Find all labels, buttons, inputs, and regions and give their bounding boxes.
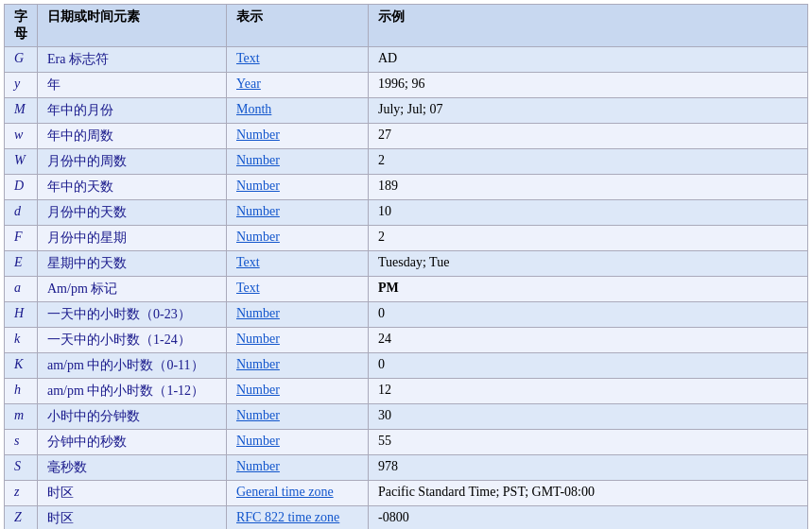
table-row: Kam/pm 中的小时数（0-11）Number0 <box>5 353 808 379</box>
table-row: S毫秒数Number978 <box>5 455 808 481</box>
cell-description: 时区 <box>38 481 227 506</box>
cell-presentation: Number <box>227 379 369 404</box>
cell-description: 年 <box>38 73 227 98</box>
cell-presentation: Text <box>227 277 369 302</box>
presentation-link[interactable]: RFC 822 time zone <box>236 510 339 524</box>
cell-example: July; Jul; 07 <box>369 98 808 124</box>
cell-letter: k <box>5 328 38 353</box>
cell-presentation: Number <box>227 149 369 175</box>
cell-example: 10 <box>369 200 808 226</box>
cell-letter: E <box>5 251 38 277</box>
cell-example: 189 <box>369 175 808 200</box>
cell-presentation: Text <box>227 251 369 277</box>
presentation-link[interactable]: Text <box>236 281 260 295</box>
cell-example: 30 <box>369 404 808 430</box>
header-example: 示例 <box>369 5 808 47</box>
table-row: k一天中的小时数（1-24）Number24 <box>5 328 808 353</box>
cell-presentation: Text <box>227 47 369 73</box>
presentation-link[interactable]: Number <box>236 408 280 422</box>
cell-letter: s <box>5 430 38 455</box>
cell-letter: h <box>5 379 38 404</box>
table-row: z时区General time zonePacific Standard Tim… <box>5 481 808 506</box>
table-row: aAm/pm 标记TextPM <box>5 277 808 302</box>
presentation-link[interactable]: Number <box>236 306 280 320</box>
cell-example: 12 <box>369 379 808 404</box>
table-row: Z时区RFC 822 time zone-0800 <box>5 506 808 530</box>
cell-description: 年中的周数 <box>38 124 227 149</box>
presentation-link[interactable]: Number <box>236 179 280 193</box>
cell-example: 1996; 96 <box>369 73 808 98</box>
cell-description: 毫秒数 <box>38 455 227 481</box>
presentation-link[interactable]: Month <box>236 102 271 116</box>
table-row: GEra 标志符TextAD <box>5 47 808 73</box>
cell-example: 55 <box>369 430 808 455</box>
cell-letter: a <box>5 277 38 302</box>
presentation-link[interactable]: Number <box>236 459 280 473</box>
cell-description: 月份中的周数 <box>38 149 227 175</box>
cell-example: AD <box>369 47 808 73</box>
cell-presentation: Number <box>227 226 369 251</box>
cell-letter: d <box>5 200 38 226</box>
cell-presentation: Year <box>227 73 369 98</box>
cell-example: 978 <box>369 455 808 481</box>
cell-example: Pacific Standard Time; PST; GMT-08:00 <box>369 481 808 506</box>
table-row: D年中的天数Number189 <box>5 175 808 200</box>
presentation-link[interactable]: Text <box>236 51 260 65</box>
header-presentation: 表示 <box>227 5 369 47</box>
cell-description: am/pm 中的小时数（1-12） <box>38 379 227 404</box>
cell-letter: K <box>5 353 38 379</box>
cell-presentation: Number <box>227 175 369 200</box>
cell-description: 月份中的天数 <box>38 200 227 226</box>
presentation-link[interactable]: Number <box>236 332 280 346</box>
cell-description: 年中的月份 <box>38 98 227 124</box>
cell-presentation: Month <box>227 98 369 124</box>
presentation-link[interactable]: Number <box>236 383 280 397</box>
presentation-link[interactable]: Text <box>236 255 260 269</box>
presentation-link[interactable]: Year <box>236 77 261 91</box>
presentation-link[interactable]: Number <box>236 434 280 448</box>
cell-example: Tuesday; Tue <box>369 251 808 277</box>
presentation-link[interactable]: Number <box>236 230 280 244</box>
header-letter: 字母 <box>5 5 38 47</box>
table-row: W月份中的周数Number2 <box>5 149 808 175</box>
cell-description: 时区 <box>38 506 227 530</box>
table-row: m小时中的分钟数Number30 <box>5 404 808 430</box>
presentation-link[interactable]: Number <box>236 357 280 371</box>
cell-letter: S <box>5 455 38 481</box>
cell-description: Am/pm 标记 <box>38 277 227 302</box>
cell-description: am/pm 中的小时数（0-11） <box>38 353 227 379</box>
cell-example: 2 <box>369 226 808 251</box>
cell-letter: D <box>5 175 38 200</box>
page-container: 字母 日期或时间元素 表示 示例 GEra 标志符TextADy年Year199… <box>0 0 812 529</box>
cell-presentation: Number <box>227 353 369 379</box>
header-desc: 日期或时间元素 <box>38 5 227 47</box>
cell-example: PM <box>369 277 808 302</box>
cell-example: 27 <box>369 124 808 149</box>
date-format-table: 字母 日期或时间元素 表示 示例 GEra 标志符TextADy年Year199… <box>4 4 808 529</box>
cell-description: 年中的天数 <box>38 175 227 200</box>
cell-letter: w <box>5 124 38 149</box>
cell-letter: W <box>5 149 38 175</box>
cell-letter: m <box>5 404 38 430</box>
presentation-link[interactable]: Number <box>236 204 280 218</box>
cell-letter: H <box>5 302 38 328</box>
cell-letter: M <box>5 98 38 124</box>
table-row: F月份中的星期Number2 <box>5 226 808 251</box>
table-row: w年中的周数Number27 <box>5 124 808 149</box>
cell-example: 24 <box>369 328 808 353</box>
table-row: ham/pm 中的小时数（1-12）Number12 <box>5 379 808 404</box>
cell-description: 小时中的分钟数 <box>38 404 227 430</box>
presentation-link[interactable]: Number <box>236 153 280 167</box>
table-header-row: 字母 日期或时间元素 表示 示例 <box>5 5 808 47</box>
presentation-link[interactable]: General time zone <box>236 485 334 499</box>
cell-presentation: Number <box>227 404 369 430</box>
cell-example: 0 <box>369 353 808 379</box>
presentation-link[interactable]: Number <box>236 128 280 142</box>
cell-letter: z <box>5 481 38 506</box>
cell-description: 分钟中的秒数 <box>38 430 227 455</box>
cell-description: 一天中的小时数（1-24） <box>38 328 227 353</box>
cell-presentation: Number <box>227 455 369 481</box>
cell-letter: y <box>5 73 38 98</box>
cell-letter: Z <box>5 506 38 530</box>
cell-letter: F <box>5 226 38 251</box>
